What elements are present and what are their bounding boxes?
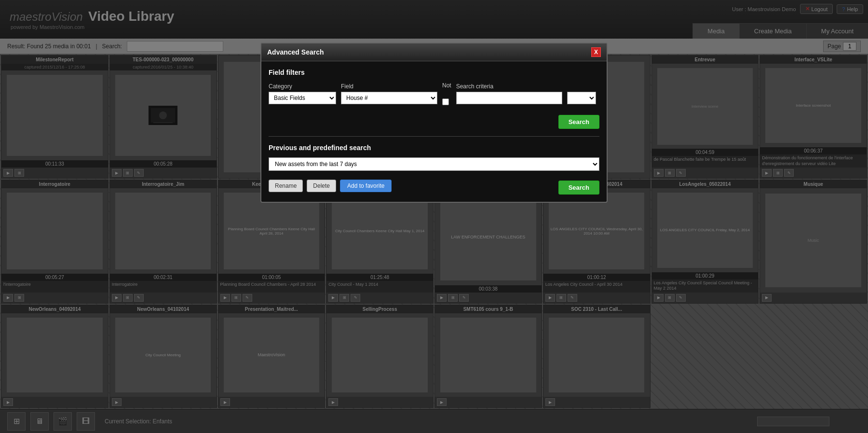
- field-select[interactable]: House # Title Description Date: [341, 92, 437, 104]
- field-label: Field: [341, 83, 437, 90]
- not-column: Not: [442, 82, 451, 105]
- predefined-title: Previous and predefined search: [269, 144, 599, 152]
- criteria-input[interactable]: [456, 92, 562, 104]
- category-select[interactable]: Basic Fields Custom Fields: [269, 92, 336, 104]
- predefined-buttons: Rename Delete Add to favorite: [269, 180, 392, 192]
- advanced-search-modal: Advanced Search X Field filters Category…: [260, 42, 608, 203]
- delete-button[interactable]: Delete: [307, 180, 336, 192]
- predefined-row: New assets from the last 7 days New asse…: [269, 157, 599, 171]
- modal-titlebar: Advanced Search X: [261, 43, 607, 61]
- extra-select-column: [567, 83, 596, 104]
- category-column: Category Basic Fields Custom Fields: [269, 83, 336, 104]
- modal-close-button[interactable]: X: [591, 47, 601, 57]
- predefined-actions-row: Rename Delete Add to favorite Search: [269, 177, 599, 195]
- modal-body: Field filters Category Basic Fields Cust…: [261, 61, 607, 202]
- predefined-select[interactable]: New assets from the last 7 days New asse…: [269, 157, 599, 171]
- criteria-label: Search criteria: [456, 83, 562, 90]
- extra-select[interactable]: [567, 92, 596, 104]
- category-label: Category: [269, 83, 336, 90]
- predefined-search-button[interactable]: Search: [558, 181, 599, 195]
- not-checkbox[interactable]: [442, 98, 449, 105]
- field-search-button[interactable]: Search: [558, 115, 599, 129]
- extra-label: [567, 83, 596, 90]
- field-search-row: Search: [269, 111, 599, 129]
- field-filters-row: Category Basic Fields Custom Fields Fiel…: [269, 82, 599, 105]
- modal-divider: [269, 136, 599, 137]
- criteria-column: Search criteria: [456, 83, 562, 104]
- not-label: Not: [442, 82, 451, 89]
- field-filters-title: Field filters: [269, 69, 599, 76]
- modal-title: Advanced Search: [267, 48, 324, 56]
- rename-button[interactable]: Rename: [269, 180, 303, 192]
- add-to-favorite-button[interactable]: Add to favorite: [340, 180, 392, 192]
- field-column: Field House # Title Description Date: [341, 83, 437, 104]
